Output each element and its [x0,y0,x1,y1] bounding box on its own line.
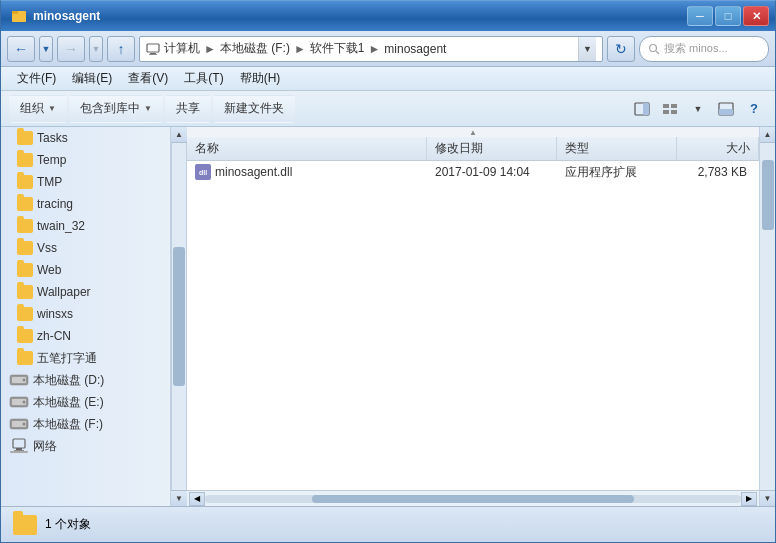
sidebar-scroll-down[interactable]: ▼ [171,490,187,506]
folder-icon [17,351,33,365]
forward-dropdown[interactable]: ▼ [89,36,103,62]
refresh-button[interactable]: ↻ [607,36,635,62]
file-name-cell: dll minosagent.dll [191,164,431,180]
menu-view[interactable]: 查看(V) [120,68,176,90]
menu-file[interactable]: 文件(F) [9,68,64,90]
details-icon [718,102,734,116]
sidebar-item-tmp[interactable]: TMP [1,171,170,193]
include-library-button[interactable]: 包含到库中 ▼ [69,95,163,123]
sidebar-item-tracing[interactable]: tracing [1,193,170,215]
address-folder2: minosagent [384,42,446,56]
toolbar: 组织 ▼ 包含到库中 ▼ 共享 新建文件夹 [1,91,775,127]
sidebar-scroll-up[interactable]: ▲ [171,127,187,143]
sidebar-label-drive-f: 本地磁盘 (F:) [33,416,103,433]
sep2: ► [294,42,306,56]
svg-point-20 [23,401,26,404]
hscroll-track [205,495,741,503]
sidebar-item-winsxs[interactable]: winsxs [1,303,170,325]
status-bar: 1 个对象 [1,506,775,542]
file-size-cell: 2,783 KB [681,165,755,179]
drive-icon [9,372,29,388]
sidebar-label-wubi: 五笔打字通 [37,350,97,367]
svg-rect-25 [16,448,22,450]
dll-icon: dll [195,164,211,180]
help-button[interactable]: ? [741,96,767,122]
sidebar-item-drive-d[interactable]: 本地磁盘 (D:) [1,369,170,391]
menu-edit[interactable]: 编辑(E) [64,68,120,90]
svg-rect-8 [643,103,649,115]
include-arrow: ▼ [144,104,152,113]
forward-button[interactable]: → [57,36,85,62]
svg-rect-24 [13,439,25,448]
drive-icon [9,416,29,432]
file-pane: ▲ 名称 修改日期 类型 大小 [187,127,759,506]
up-button[interactable]: ↑ [107,36,135,62]
file-type-cell: 应用程序扩展 [561,164,681,181]
hscroll-bar: ◀ ▶ [187,490,759,506]
col-header-name[interactable]: 名称 [187,137,427,160]
svg-rect-10 [671,104,677,108]
minimize-button[interactable]: ─ [687,6,713,26]
share-button[interactable]: 共享 [165,95,211,123]
sidebar-label-tracing: tracing [37,197,73,211]
sidebar-label-drive-e: 本地磁盘 (E:) [33,394,104,411]
sidebar-item-zhcn[interactable]: zh-CN [1,325,170,347]
hscroll-right[interactable]: ▶ [741,492,757,506]
svg-point-23 [23,423,26,426]
search-box[interactable]: 搜索 minos... [639,36,769,62]
file-scroll-down[interactable]: ▼ [760,490,776,506]
sidebar-label-tasks: Tasks [37,131,68,145]
svg-rect-27 [10,451,28,453]
sidebar-label-vss: Vss [37,241,57,255]
col-header-type[interactable]: 类型 [557,137,677,160]
menu-help[interactable]: 帮助(H) [232,68,289,90]
sidebar-item-drive-f[interactable]: 本地磁盘 (F:) [1,413,170,435]
svg-rect-1 [12,11,18,14]
new-folder-button[interactable]: 新建文件夹 [213,95,295,123]
folder-icon [17,285,33,299]
preview-pane-button[interactable] [629,96,655,122]
hscroll-thumb[interactable] [312,495,634,503]
col-header-date[interactable]: 修改日期 [427,137,557,160]
sidebar-item-web[interactable]: Web [1,259,170,281]
sidebar-scroll-thumb[interactable] [173,247,185,386]
folder-icon [17,307,33,321]
close-button[interactable]: ✕ [743,6,769,26]
file-scroll-up[interactable]: ▲ [760,127,776,143]
sort-indicator-area: ▲ [187,127,759,137]
svg-line-6 [656,51,659,54]
maximize-button[interactable]: □ [715,6,741,26]
address-dropdown[interactable]: ▼ [578,37,596,61]
sidebar-item-temp[interactable]: Temp [1,149,170,171]
sidebar-item-drive-e[interactable]: 本地磁盘 (E:) [1,391,170,413]
svg-rect-2 [147,44,159,52]
view-button[interactable] [657,96,683,122]
table-row[interactable]: dll minosagent.dll 2017-01-09 14:04 应用程序… [187,161,759,183]
back-button[interactable]: ← [7,36,35,62]
window-icon [11,8,27,24]
sidebar-label-temp: Temp [37,153,66,167]
sort-up-indicator: ▲ [469,128,477,137]
sidebar-item-wallpaper[interactable]: Wallpaper [1,281,170,303]
menu-tools[interactable]: 工具(T) [176,68,231,90]
details-pane-button[interactable] [713,96,739,122]
view-icon [662,102,678,116]
address-box[interactable]: 计算机 ► 本地磁盘 (F:) ► 软件下载1 ► minosagent ▼ [139,36,603,62]
hscroll-left[interactable]: ◀ [189,492,205,506]
column-header: 名称 修改日期 类型 大小 [187,137,759,161]
col-header-size[interactable]: 大小 [677,137,759,160]
sidebar-item-network[interactable]: 网络 [1,435,170,457]
sidebar-item-tasks[interactable]: Tasks [1,127,170,149]
address-computer: 计算机 [164,40,200,57]
sidebar-scrollbar: ▲ ▼ [171,127,187,506]
file-scroll-thumb[interactable] [762,160,774,229]
sidebar-item-wubi[interactable]: 五笔打字通 [1,347,170,369]
view-dropdown[interactable]: ▼ [685,96,711,122]
sidebar-item-vss[interactable]: Vss [1,237,170,259]
file-scrollbar: ▲ ▼ [759,127,775,506]
sidebar-item-twain[interactable]: twain_32 [1,215,170,237]
sep3: ► [368,42,380,56]
back-dropdown[interactable]: ▼ [39,36,53,62]
sidebar-label-winsxs: winsxs [37,307,73,321]
organize-button[interactable]: 组织 ▼ [9,95,67,123]
